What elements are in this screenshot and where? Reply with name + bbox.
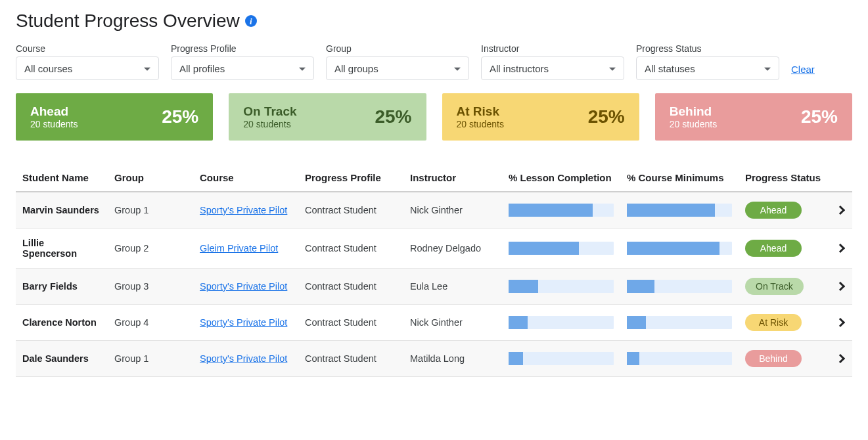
- lesson-progress-bar: [509, 204, 614, 217]
- status-card-ontrack[interactable]: On Track 20 students 25%: [229, 93, 426, 141]
- course-link[interactable]: Sporty's Private Pilot: [200, 281, 287, 292]
- cell-min-bar: [620, 192, 739, 229]
- table-row: Lillie Spencerson Group 2 Gleim Private …: [16, 229, 852, 269]
- chevron-right-icon[interactable]: [836, 354, 845, 363]
- minimums-progress-bar: [627, 352, 732, 365]
- cell-min-bar: [620, 269, 739, 305]
- status-badge: Ahead: [745, 202, 802, 219]
- status-card-behind-sub: 20 students: [670, 119, 717, 129]
- filter-status: Progress Status All statuses: [636, 43, 779, 80]
- select-instructor-value: All instructors: [490, 63, 549, 74]
- th-course[interactable]: Course: [193, 164, 298, 192]
- status-card-atrisk-pct: 25%: [588, 106, 625, 127]
- cell-status: Behind: [739, 341, 829, 377]
- cell-group: Group 1: [108, 192, 193, 229]
- select-status[interactable]: All statuses: [636, 56, 779, 80]
- status-badge: On Track: [745, 278, 804, 295]
- select-group-value: All groups: [334, 63, 378, 74]
- filter-group-label: Group: [326, 43, 469, 54]
- cell-group: Group 3: [108, 269, 193, 305]
- select-profile[interactable]: All profiles: [171, 56, 314, 80]
- filter-profile: Progress Profile All profiles: [171, 43, 314, 80]
- select-group[interactable]: All groups: [326, 56, 469, 80]
- chevron-right-icon[interactable]: [836, 282, 845, 291]
- th-lesson[interactable]: % Lesson Completion: [502, 164, 620, 192]
- cell-status: On Track: [739, 269, 829, 305]
- cell-instructor: Nick Ginther: [403, 192, 502, 229]
- filter-course: Course All courses: [16, 43, 159, 80]
- cell-group: Group 4: [108, 305, 193, 341]
- cell-lesson-bar: [502, 269, 620, 305]
- lesson-progress-bar: [509, 316, 614, 329]
- status-card-atrisk-sub: 20 students: [457, 119, 504, 129]
- cell-profile: Contract Student: [298, 229, 403, 269]
- status-card-behind[interactable]: Behind 20 students 25%: [655, 93, 852, 141]
- status-card-atrisk[interactable]: At Risk 20 students 25%: [442, 93, 639, 141]
- status-card-ahead[interactable]: Ahead 20 students 25%: [16, 93, 213, 141]
- course-link[interactable]: Gleim Private Pilot: [200, 243, 278, 253]
- cell-status: Ahead: [739, 229, 829, 269]
- th-status[interactable]: Progress Status: [739, 164, 829, 192]
- status-card-ontrack-title: On Track: [243, 104, 296, 119]
- th-group[interactable]: Group: [108, 164, 193, 192]
- select-course[interactable]: All courses: [16, 56, 159, 80]
- page-title-text: Student Progress Overview: [16, 11, 240, 32]
- filter-instructor-label: Instructor: [481, 43, 624, 54]
- select-status-value: All statuses: [645, 63, 695, 74]
- cell-min-bar: [620, 341, 739, 377]
- filter-group: Group All groups: [326, 43, 469, 80]
- filters-row: Course All courses Progress Profile All …: [16, 43, 852, 80]
- status-cards: Ahead 20 students 25% On Track 20 studen…: [16, 93, 852, 141]
- th-minimums[interactable]: % Course Minimums: [620, 164, 739, 192]
- chevron-right-icon[interactable]: [836, 318, 845, 327]
- select-instructor[interactable]: All instructors: [481, 56, 624, 80]
- minimums-progress-bar: [627, 316, 732, 329]
- cell-student: Dale Saunders: [16, 341, 108, 377]
- cell-student: Lillie Spencerson: [16, 229, 108, 269]
- filter-profile-label: Progress Profile: [171, 43, 314, 54]
- cell-profile: Contract Student: [298, 305, 403, 341]
- status-card-ontrack-pct: 25%: [375, 106, 411, 127]
- cell-group: Group 2: [108, 229, 193, 269]
- cell-profile: Contract Student: [298, 269, 403, 305]
- table-row: Barry Fields Group 3 Sporty's Private Pi…: [16, 269, 852, 305]
- status-card-behind-title: Behind: [670, 104, 717, 119]
- clear-filters-link[interactable]: Clear: [791, 64, 815, 80]
- th-profile[interactable]: Progress Profile: [298, 164, 403, 192]
- status-card-atrisk-title: At Risk: [457, 104, 504, 119]
- th-student[interactable]: Student Name: [16, 164, 108, 192]
- status-badge: At Risk: [745, 314, 802, 331]
- minimums-progress-bar: [627, 280, 732, 293]
- course-link[interactable]: Sporty's Private Pilot: [200, 353, 287, 364]
- cell-min-bar: [620, 305, 739, 341]
- th-instructor[interactable]: Instructor: [403, 164, 502, 192]
- chevron-right-icon[interactable]: [836, 244, 845, 253]
- course-link[interactable]: Sporty's Private Pilot: [200, 317, 287, 328]
- status-card-ahead-pct: 25%: [162, 106, 198, 127]
- minimums-progress-bar: [627, 204, 732, 217]
- status-card-ahead-sub: 20 students: [30, 119, 78, 129]
- cell-instructor: Eula Lee: [403, 269, 502, 305]
- cell-instructor: Rodney Delgado: [403, 229, 502, 269]
- filter-instructor: Instructor All instructors: [481, 43, 624, 80]
- chevron-right-icon[interactable]: [836, 206, 845, 215]
- select-course-value: All courses: [24, 63, 72, 74]
- table-row: Dale Saunders Group 1 Sporty's Private P…: [16, 341, 852, 377]
- cell-lesson-bar: [502, 229, 620, 269]
- lesson-progress-bar: [509, 242, 614, 255]
- table-row: Clarence Norton Group 4 Sporty's Private…: [16, 305, 852, 341]
- cell-student: Clarence Norton: [16, 305, 108, 341]
- cell-lesson-bar: [502, 192, 620, 229]
- status-badge: Behind: [745, 350, 802, 367]
- status-card-ontrack-sub: 20 students: [243, 119, 296, 129]
- students-table: Student Name Group Course Progress Profi…: [16, 164, 852, 377]
- info-icon[interactable]: i: [245, 15, 257, 27]
- filter-course-label: Course: [16, 43, 159, 54]
- status-card-behind-pct: 25%: [801, 106, 838, 127]
- lesson-progress-bar: [509, 280, 614, 293]
- course-link[interactable]: Sporty's Private Pilot: [200, 205, 287, 215]
- cell-student: Barry Fields: [16, 269, 108, 305]
- cell-student: Marvin Saunders: [16, 192, 108, 229]
- page-title: Student Progress Overview i: [16, 11, 852, 32]
- status-card-ahead-title: Ahead: [30, 104, 78, 119]
